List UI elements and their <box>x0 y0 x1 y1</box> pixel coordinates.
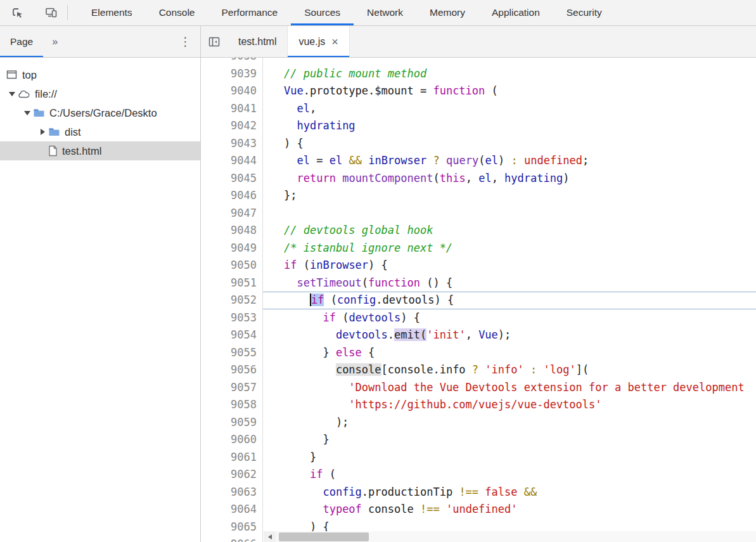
code-token[interactable]: 'info' <box>485 363 523 376</box>
code-token[interactable]: this <box>440 172 466 184</box>
line-number[interactable]: 9059 <box>201 414 262 432</box>
code-token[interactable]: query <box>446 154 478 167</box>
panel-tab-memory[interactable]: Memory <box>416 0 478 25</box>
code-token[interactable]: ( <box>433 172 439 184</box>
tab-page[interactable]: Page <box>0 26 43 57</box>
code-line[interactable]: devtools.emit('init', Vue); <box>263 326 756 344</box>
tree-item-dist[interactable]: dist <box>0 122 200 141</box>
code-token[interactable]: ); <box>284 416 349 429</box>
line-number[interactable]: 9064 <box>201 501 262 519</box>
code-token[interactable]: devtools <box>349 311 400 324</box>
code-token[interactable]: : <box>530 363 537 376</box>
code-token[interactable]: ) { <box>368 259 388 271</box>
device-toolbar-icon[interactable] <box>39 3 63 23</box>
code-token[interactable]: Vue <box>478 328 498 341</box>
code-token[interactable] <box>284 486 323 498</box>
code-token[interactable]: ) <box>563 172 569 184</box>
code-token[interactable]: .prototype.$mount = <box>304 84 433 97</box>
line-number[interactable]: 9048 <box>201 222 262 240</box>
tree-item-file[interactable]: file:// <box>0 84 200 103</box>
code-token[interactable]: Vue <box>284 84 304 97</box>
code-token[interactable]: inBrowser <box>310 259 368 271</box>
code-line[interactable]: } <box>263 431 756 449</box>
chevron-collapsed-icon[interactable] <box>37 129 48 135</box>
code-token[interactable] <box>284 119 297 132</box>
code-token[interactable] <box>284 276 297 289</box>
line-number[interactable]: 9043 <box>201 135 262 153</box>
code-token[interactable]: && <box>349 154 361 167</box>
code-token[interactable] <box>478 363 485 376</box>
code-token[interactable]: // devtools global hook <box>284 224 433 236</box>
tree-item-c-users-grace-deskto[interactable]: C:/Users/Grace/Deskto <box>0 103 200 122</box>
code-token[interactable]: setTimeout <box>297 276 361 289</box>
code-line[interactable]: 'https://github.com/vuejs/vue-devtools' <box>263 396 756 414</box>
line-number[interactable]: 9057 <box>201 379 262 397</box>
panel-tab-application[interactable]: Application <box>478 0 553 25</box>
code-token[interactable] <box>518 486 524 498</box>
code-token[interactable]: config <box>323 486 361 498</box>
code-line[interactable]: el = el && inBrowser ? query(el) : undef… <box>263 152 756 170</box>
code-token[interactable]: ? <box>433 154 440 167</box>
line-number[interactable]: 9053 <box>201 309 262 327</box>
tree-item-top[interactable]: top <box>0 65 200 84</box>
code-token[interactable]: [console.info <box>381 363 472 376</box>
close-tab-icon[interactable]: × <box>331 36 338 48</box>
code-token[interactable]: 'Download the Vue Devtools extension for… <box>349 381 744 394</box>
code-line[interactable]: console[console.info ? 'info' : 'log']( <box>263 361 756 379</box>
code-line[interactable] <box>263 205 756 223</box>
code-token[interactable]: ? <box>472 363 478 376</box>
editor-tab-vue-js[interactable]: vue.js× <box>288 26 349 57</box>
code-token[interactable]: ( <box>297 259 309 271</box>
code-token[interactable]: if <box>310 468 323 481</box>
line-number[interactable]: 9050 <box>201 257 262 274</box>
more-tabs-icon[interactable]: » <box>43 26 68 57</box>
line-number[interactable]: 9065 <box>201 519 262 536</box>
code-line[interactable]: /* istanbul ignore next */ <box>263 240 756 257</box>
code-token[interactable]: undefined <box>524 154 582 167</box>
code-token[interactable]: if <box>323 311 335 324</box>
code-token[interactable]: , <box>492 172 504 184</box>
code-token[interactable]: false <box>485 486 517 498</box>
code-line[interactable]: ); <box>263 414 756 432</box>
code-token[interactable]: emit( <box>394 328 426 341</box>
chevron-expanded-icon[interactable] <box>22 111 33 115</box>
code-token[interactable] <box>284 468 310 481</box>
code-token[interactable]: ( <box>362 276 368 289</box>
line-number[interactable]: 9041 <box>201 100 262 118</box>
code-token[interactable]: () { <box>420 276 452 289</box>
code-token[interactable]: el <box>330 154 342 167</box>
code-token[interactable]: ]( <box>576 363 589 376</box>
toggle-navigator-icon[interactable] <box>201 26 227 57</box>
code-line[interactable]: hydrating <box>263 117 756 135</box>
code-token[interactable] <box>284 311 323 324</box>
code-line[interactable]: return mountComponent(this, el, hydratin… <box>263 170 756 188</box>
code-line[interactable]: } <box>263 449 756 467</box>
horizontal-scrollbar[interactable] <box>264 531 756 542</box>
code-token[interactable] <box>362 154 368 167</box>
line-number[interactable]: 9052 <box>201 292 262 309</box>
code-token[interactable]: , <box>310 102 316 115</box>
code-token[interactable]: config <box>337 294 376 306</box>
code-token[interactable]: return <box>297 172 335 184</box>
inspect-icon[interactable] <box>5 3 29 23</box>
code-token[interactable] <box>342 154 349 167</box>
code-token[interactable]: .productionTip <box>362 486 459 498</box>
code-token[interactable] <box>478 486 485 498</box>
code-token[interactable] <box>284 102 297 115</box>
code-token[interactable]: && <box>524 486 537 498</box>
code-token[interactable]: /* istanbul ignore next */ <box>284 242 452 254</box>
line-number[interactable]: 9049 <box>201 240 262 257</box>
chevron-expanded-icon[interactable] <box>6 92 18 96</box>
code-token[interactable]: ( <box>324 294 336 306</box>
code-token[interactable]: ( <box>478 154 485 167</box>
panel-tab-performance[interactable]: Performance <box>208 0 292 25</box>
line-number[interactable]: 9040 <box>201 82 262 100</box>
code-token[interactable]: else <box>336 346 362 359</box>
line-number[interactable]: 9044 <box>201 152 262 170</box>
code-token[interactable]: }; <box>284 189 297 202</box>
line-number[interactable]: 9045 <box>201 170 262 188</box>
line-number[interactable]: 9038 <box>201 58 262 65</box>
code-token[interactable]: : <box>511 154 517 167</box>
scrollbar-thumb[interactable] <box>279 532 369 541</box>
code-token[interactable] <box>284 328 336 341</box>
